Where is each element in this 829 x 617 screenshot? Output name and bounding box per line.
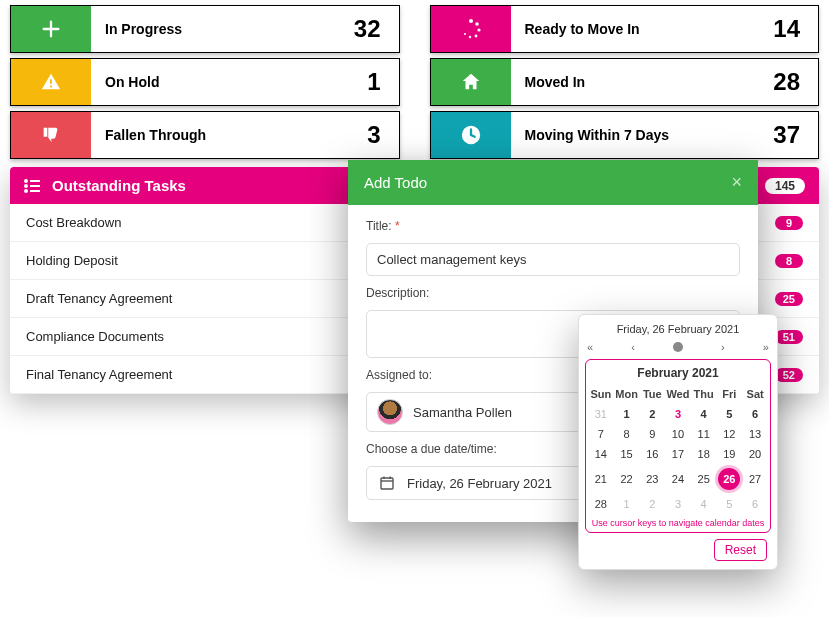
calendar-day[interactable]: 23: [639, 464, 665, 494]
tile-count: 14: [773, 6, 818, 52]
calendar-day[interactable]: 1: [614, 404, 640, 424]
tile-label: Ready to Move In: [511, 6, 774, 52]
prev-year-icon[interactable]: «: [587, 341, 593, 353]
svg-point-6: [477, 28, 480, 31]
calendar-day[interactable]: 15: [614, 444, 640, 464]
svg-point-9: [464, 33, 466, 35]
modal-header: Add Todo ×: [348, 160, 758, 205]
calendar-icon: [379, 475, 395, 491]
svg-point-15: [25, 190, 27, 192]
task-label: Final Tenancy Agreement: [26, 367, 172, 382]
next-month-icon[interactable]: ›: [721, 341, 725, 353]
calendar-grid: SunMonTueWedThuFriSat 311234567891011121…: [588, 384, 768, 514]
plus-icon: [11, 6, 91, 52]
svg-point-7: [474, 35, 477, 38]
modal-title: Add Todo: [364, 174, 427, 191]
loading-icon: [431, 6, 511, 52]
task-count-badge: 25: [775, 292, 803, 306]
calendar-day[interactable]: 21: [588, 464, 614, 494]
alert-icon: [11, 59, 91, 105]
dow-label: Tue: [639, 384, 665, 404]
status-tile[interactable]: Moving Within 7 Days37: [430, 111, 820, 159]
tasks-total-badge: 145: [765, 178, 805, 194]
calendar-day: 31: [588, 404, 614, 424]
calendar-day[interactable]: 8: [614, 424, 640, 444]
task-count-badge: 51: [775, 330, 803, 344]
status-tile[interactable]: Moved In28: [430, 58, 820, 106]
calendar-day[interactable]: 11: [691, 424, 717, 444]
calendar-day: 2: [639, 494, 665, 514]
assignee-name: Samantha Pollen: [413, 405, 512, 420]
task-label: Cost Breakdown: [26, 215, 121, 230]
calendar-day[interactable]: 25: [691, 464, 717, 494]
dow-label: Thu: [691, 384, 717, 404]
task-count-badge: 52: [775, 368, 803, 382]
tile-label: In Progress: [91, 6, 354, 52]
calendar-day[interactable]: 13: [742, 424, 768, 444]
calendar-day[interactable]: 17: [665, 444, 691, 464]
calendar-day[interactable]: 3: [665, 404, 691, 424]
calendar-month-label: February 2021: [588, 364, 768, 384]
calendar-day[interactable]: 4: [691, 404, 717, 424]
calendar-day[interactable]: 18: [691, 444, 717, 464]
tile-count: 1: [367, 59, 398, 105]
tile-label: Moved In: [511, 59, 774, 105]
calendar-day[interactable]: 24: [665, 464, 691, 494]
task-count-badge: 8: [775, 254, 803, 268]
date-picker: Friday, 26 February 2021 « ‹ › » Februar…: [578, 314, 778, 570]
calendar-day: 6: [742, 494, 768, 514]
thumb-down-icon: [11, 112, 91, 158]
calendar-day[interactable]: 6: [742, 404, 768, 424]
status-tile[interactable]: Fallen Through3: [10, 111, 400, 159]
tile-count: 3: [367, 112, 398, 158]
status-tile[interactable]: In Progress32: [10, 5, 400, 53]
calendar-day: 4: [691, 494, 717, 514]
home-icon: [431, 59, 511, 105]
tile-count: 37: [773, 112, 818, 158]
today-dot-icon[interactable]: [673, 342, 683, 352]
next-year-icon[interactable]: »: [763, 341, 769, 353]
calendar-day[interactable]: 16: [639, 444, 665, 464]
list-icon: [24, 179, 40, 193]
calendar-day[interactable]: 22: [614, 464, 640, 494]
svg-point-3: [50, 85, 52, 87]
svg-point-8: [468, 36, 470, 38]
dow-label: Mon: [614, 384, 640, 404]
calendar-day[interactable]: 2: [639, 404, 665, 424]
clock-icon: [431, 112, 511, 158]
tile-label: On Hold: [91, 59, 367, 105]
status-tile[interactable]: Ready to Move In14: [430, 5, 820, 53]
dow-label: Sat: [742, 384, 768, 404]
dow-label: Fri: [717, 384, 743, 404]
calendar-day[interactable]: 20: [742, 444, 768, 464]
task-count-badge: 9: [775, 216, 803, 230]
reset-button[interactable]: Reset: [714, 539, 767, 561]
title-label: Title: *: [366, 219, 740, 233]
dow-label: Wed: [665, 384, 691, 404]
calendar-day[interactable]: 10: [665, 424, 691, 444]
calendar-day[interactable]: 12: [717, 424, 743, 444]
close-icon[interactable]: ×: [731, 172, 742, 193]
task-label: Compliance Documents: [26, 329, 164, 344]
calendar-day[interactable]: 19: [717, 444, 743, 464]
avatar: [377, 399, 403, 425]
status-tile[interactable]: On Hold1: [10, 58, 400, 106]
title-input[interactable]: [366, 243, 740, 276]
calendar-day[interactable]: 26: [717, 464, 743, 494]
svg-point-13: [25, 185, 27, 187]
calendar-day[interactable]: 9: [639, 424, 665, 444]
calendar-day: 3: [665, 494, 691, 514]
prev-month-icon[interactable]: ‹: [631, 341, 635, 353]
svg-point-11: [25, 180, 27, 182]
tile-count: 28: [773, 59, 818, 105]
svg-point-4: [469, 19, 473, 23]
calendar-day[interactable]: 5: [717, 404, 743, 424]
description-label: Description:: [366, 286, 740, 300]
calendar-day[interactable]: 27: [742, 464, 768, 494]
calendar-selected-date: Friday, 26 February 2021: [579, 315, 777, 339]
calendar-day[interactable]: 28: [588, 494, 614, 514]
calendar-day[interactable]: 14: [588, 444, 614, 464]
calendar-day[interactable]: 7: [588, 424, 614, 444]
calendar-hint: Use cursor keys to navigate calendar dat…: [588, 514, 768, 530]
tile-count: 32: [354, 6, 399, 52]
